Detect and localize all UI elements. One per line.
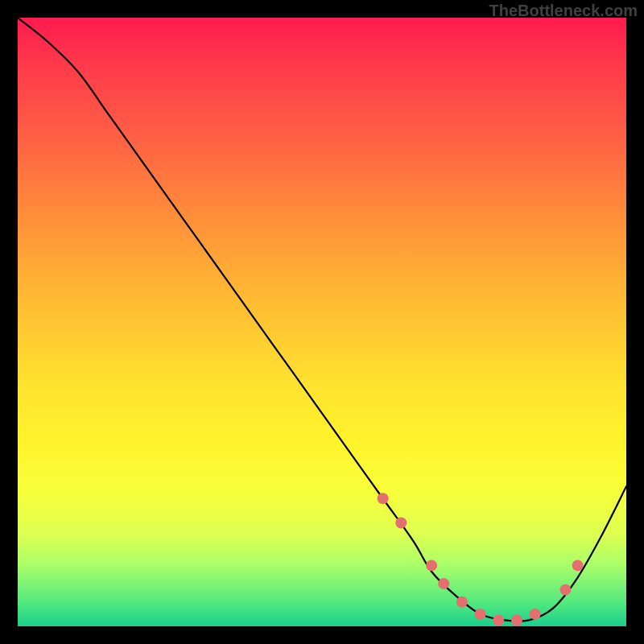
highlight-dot	[456, 597, 468, 608]
highlight-dot	[511, 614, 522, 625]
highlight-dot	[559, 584, 571, 596]
highlight-dot	[395, 517, 407, 528]
watermark-text: TheBottleneck.com	[489, 2, 638, 20]
curve-layer	[18, 18, 626, 626]
chart-frame: TheBottleneck.com	[0, 0, 644, 644]
highlight-dot	[475, 609, 486, 620]
highlight-dot	[438, 578, 449, 589]
highlight-dot	[378, 493, 389, 504]
highlight-dots	[378, 493, 584, 625]
highlight-dot	[530, 609, 541, 620]
highlight-dot	[572, 559, 584, 571]
highlight-dot	[493, 614, 504, 625]
bottleneck-curve	[18, 18, 626, 621]
highlight-dot	[426, 559, 437, 571]
plot-area	[18, 18, 626, 626]
